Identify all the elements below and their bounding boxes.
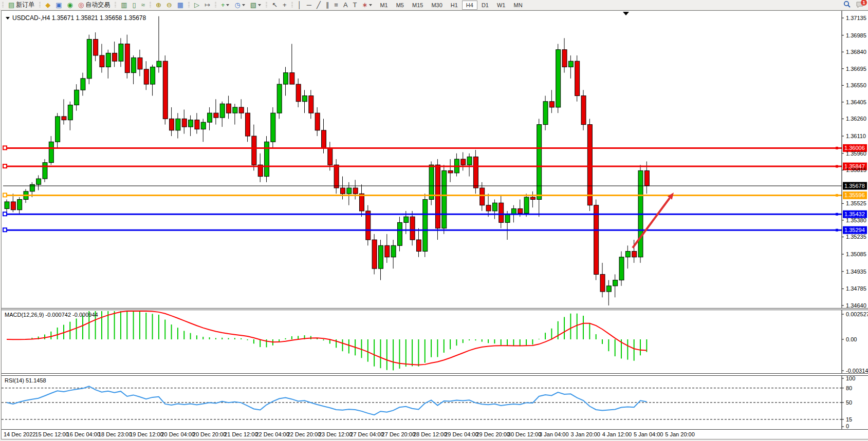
line-handle[interactable] [3, 146, 7, 149]
candle [68, 105, 72, 120]
macd-tick-label: 0.002527 [846, 311, 868, 317]
cursor-button[interactable]: ↖ [269, 0, 280, 10]
line-handle[interactable] [3, 164, 7, 168]
toolbar-group: ▤新订单 [0, 0, 37, 10]
text-label-icon: T [353, 1, 357, 9]
line-chart-button[interactable]: ≈ [139, 0, 147, 10]
candle [220, 104, 225, 118]
tile-windows-button[interactable]: ▦ [175, 0, 186, 10]
date-tick-label: 30 Dec 12:00 [508, 431, 541, 437]
terminal-button[interactable]: ▣ [53, 0, 64, 10]
arrows-button[interactable]: ∗ [360, 0, 375, 10]
chevron-down-icon[interactable] [258, 4, 261, 6]
cursor-icon: ↖ [272, 1, 278, 9]
text-icon: A [343, 1, 348, 9]
zoom-out-button[interactable]: ⊖ [164, 0, 175, 10]
candle [461, 159, 466, 165]
horizontal-line-button[interactable]: ─ [304, 0, 314, 10]
timeframe-m15-button[interactable]: M15 [408, 1, 427, 10]
search-icon[interactable] [843, 1, 851, 8]
trendline-button[interactable]: ╱ [314, 0, 323, 10]
candle [106, 53, 110, 67]
candle [94, 40, 98, 55]
macd-label: MACD(12,26,9) -0.000742 -0.000944 [5, 312, 98, 318]
candle [214, 113, 218, 118]
metaeditor-icon: ◆ [45, 1, 50, 9]
timeframe-m5-button[interactable]: M5 [392, 1, 408, 10]
chart-menu-caret-icon[interactable] [6, 17, 10, 20]
candle [435, 165, 440, 228]
vertical-line-button[interactable]: │ [295, 0, 304, 10]
candle [644, 170, 649, 186]
timeframe-w1-button[interactable]: W1 [493, 1, 510, 10]
step-forward-button[interactable]: ↦ [202, 0, 213, 10]
strategy-tester-button[interactable]: ▷ [192, 0, 202, 10]
candle [543, 102, 548, 125]
rsi-panel[interactable]: 1008050150 RSI(14) 51.1458 [2, 375, 868, 430]
candle [208, 113, 212, 122]
trendline-icon: ╱ [317, 1, 321, 9]
crosshair-button[interactable]: + [280, 0, 289, 10]
arrows-icon: ∗ [362, 1, 368, 9]
new-order-button-label: 新订单 [16, 1, 34, 9]
candle [606, 286, 611, 292]
toolbar-right: 1 [843, 1, 864, 8]
timeframe-h1-button[interactable]: H1 [447, 1, 462, 10]
candle [239, 107, 244, 113]
candle [252, 136, 256, 165]
periods-icon: ◷ [234, 1, 240, 9]
macd-canvas[interactable]: 0.0025270.00-0.003149 [2, 310, 868, 373]
text-button[interactable]: A [341, 0, 350, 10]
candle [296, 84, 301, 102]
equidistant-channel-button[interactable]: ∥ [323, 0, 332, 10]
autotrading-button[interactable]: ◎自动交易 [76, 0, 113, 10]
timeframe-m1-button[interactable]: M1 [376, 1, 392, 10]
price-chart-canvas[interactable]: 1.360061.358471.355961.354321.352941.356… [2, 11, 868, 308]
main-chart-plot[interactable]: 1.360061.358471.355961.354321.352941.356… [2, 11, 868, 309]
candle [397, 222, 402, 245]
indicators-button[interactable]: + [218, 0, 232, 10]
svg-text:1.35678: 1.35678 [844, 183, 865, 189]
notifications-icon[interactable]: 1 [856, 1, 864, 8]
line-handle[interactable] [3, 228, 7, 232]
bar-chart-button[interactable]: ▥ [118, 0, 130, 10]
metaeditor-button[interactable]: ◆ [43, 0, 53, 10]
candle [480, 188, 485, 205]
candle [75, 90, 79, 105]
periods-button[interactable]: ◷ [232, 0, 247, 10]
autotrading-button-label: 自动交易 [85, 1, 110, 9]
text-label-button[interactable]: T [350, 0, 360, 10]
chevron-down-icon[interactable] [226, 4, 229, 6]
candle [290, 73, 294, 84]
candle [176, 119, 180, 130]
candle [284, 73, 288, 84]
date-tick-label: 28 Dec 12:00 [413, 431, 447, 437]
candle [448, 170, 453, 172]
signals-button[interactable]: ◉ [65, 0, 76, 10]
timeframe-m30-button[interactable]: M30 [427, 1, 446, 10]
rsi-canvas[interactable]: 1008050150 [2, 376, 868, 429]
candle [189, 120, 193, 127]
chevron-down-icon[interactable] [369, 4, 372, 6]
new-order-button[interactable]: ▤新订单 [6, 0, 37, 10]
line-handle[interactable] [3, 212, 7, 216]
price-tick-label: 1.35380 [846, 217, 866, 223]
date-tick-label: 4 Jan 12:00 [602, 431, 632, 437]
timeframe-h4-button[interactable]: H4 [462, 1, 477, 10]
candle [309, 96, 313, 113]
templates-button[interactable]: ▧ [248, 0, 264, 10]
zoom-in-button[interactable]: ⊕ [153, 0, 164, 10]
chevron-down-icon[interactable] [242, 4, 245, 6]
candle [17, 200, 22, 210]
date-tick-label: 27 Dec 20:00 [382, 431, 415, 437]
price-tick-label: 1.34935 [846, 269, 866, 275]
timeframe-d1-button[interactable]: D1 [477, 1, 493, 10]
line-handle[interactable] [3, 193, 7, 197]
candlestick-chart-button[interactable]: ▯ [130, 0, 139, 10]
fibonacci-button[interactable]: ≡ [331, 0, 341, 10]
macd-panel[interactable]: 0.0025270.00-0.003149 MACD(12,26,9) -0.0… [2, 310, 868, 374]
price-tick-label: 1.36260 [846, 116, 866, 122]
timeframe-mn-button[interactable]: MN [509, 1, 526, 10]
candle [378, 245, 383, 269]
price-tick-label: 1.36550 [846, 82, 866, 88]
